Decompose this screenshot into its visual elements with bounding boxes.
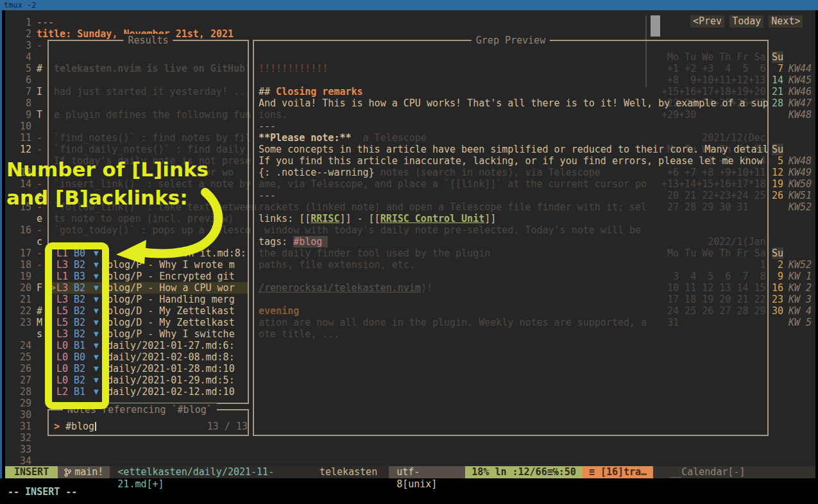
- line-number: 3: [5, 40, 31, 51]
- line-number: 1: [5, 17, 31, 28]
- calendar-week-number: KW44: [788, 63, 812, 74]
- calendar-nav: <Prev Today Next>: [690, 15, 803, 28]
- line-number: 34: [5, 455, 31, 467]
- result-counter: 13 / 13: [192, 421, 248, 432]
- window-title: tmux -2: [4, 1, 37, 10]
- annotation-highlight-box: [45, 242, 109, 409]
- result-file-label: i mention it.md:8:: [107, 248, 246, 259]
- calendar-sunday[interactable]: 7: [772, 63, 783, 74]
- calendar-sunday[interactable]: 5: [772, 155, 783, 167]
- calendar-sunday[interactable]: 2: [772, 259, 783, 271]
- buffer-text: e: [37, 213, 42, 224]
- window-titlebar[interactable]: tmux -2: [0, 0, 818, 10]
- calendar-statusline: __Calendar[-]: [653, 466, 815, 478]
- preview-line: ## Closing remarks: [259, 86, 363, 97]
- git-branch-label: main!: [74, 466, 103, 478]
- calendar-week-number: KW 3: [788, 294, 812, 305]
- buffer-text: ---: [37, 17, 54, 28]
- calendar-week-number: KW50: [788, 178, 812, 190]
- line-number: 28: [5, 386, 31, 398]
- result-file-label: blog/D - My Zettelkast: [107, 305, 235, 317]
- result-file-label: blog/P - Handling merg: [107, 294, 235, 305]
- buffer-line: 2title: Sunday, November 21st, 2021: [0, 28, 818, 40]
- calendar-week-number: KW 4: [788, 305, 812, 317]
- preview-line: **Please note:** a Telescope: [259, 132, 427, 144]
- buffer-text: -: [37, 40, 42, 51]
- line-number: 10: [5, 121, 31, 132]
- preview-line: rackets (linked note) and open a Telesco…: [259, 201, 647, 213]
- preview-line: window with today's daily note pre-selec…: [259, 224, 641, 236]
- result-file-label: daily/2021-02-08.md:8:: [107, 351, 235, 363]
- calendar-sunday[interactable]: Su: [772, 248, 783, 259]
- line-number: 27: [5, 374, 31, 386]
- line-number: 2: [5, 28, 31, 40]
- calendar-next-button[interactable]: Next>: [769, 15, 803, 28]
- preview-line: ions.: [259, 109, 287, 121]
- calendar-sunday[interactable]: 19: [772, 178, 783, 190]
- calendar-sunday[interactable]: Su: [772, 51, 783, 63]
- prompt-line: > #blog 13 / 13: [0, 421, 818, 432]
- line-number: 25: [5, 351, 31, 363]
- calendar-sunday[interactable]: 28: [772, 97, 783, 109]
- annotation-line1: Number of [L]inks: [6, 155, 209, 183]
- calendar-sunday[interactable]: 14: [772, 74, 783, 86]
- buffer-indicator-segment: ≡ [16]tra…: [583, 466, 653, 478]
- calendar-sunday[interactable]: Su: [772, 144, 783, 155]
- calendar-sunday[interactable]: 23: [772, 294, 783, 305]
- filename-segment: <ettelkasten/daily/2021-11-21.md[+]: [110, 466, 320, 478]
- preview-line: !!!!!!!!!!!!: [259, 63, 328, 74]
- text-cursor: [95, 422, 96, 431]
- result-file-label: daily/2021-01-28.md:10: [107, 363, 235, 374]
- scrollbar-thumb[interactable]: [651, 15, 660, 37]
- plugin-name-label: telekasten: [320, 466, 389, 478]
- preview-line: the daily finder tool used by the plugin: [259, 248, 490, 259]
- calendar-sunday[interactable]: 21: [772, 86, 783, 97]
- calendar-sunday[interactable]: 9: [772, 271, 783, 282]
- preview-line: /renerocksai/telekasten.nvim)!: [259, 282, 432, 294]
- line-number: 26: [5, 363, 31, 374]
- git-branch-icon: [64, 468, 71, 477]
- result-file-label: daily/2021-01-29.md:5:: [107, 374, 235, 386]
- line-number: 33: [5, 444, 31, 455]
- mode-indicator: INSERT: [5, 466, 58, 478]
- preview-line: Some concepts in this article have been …: [259, 144, 769, 155]
- calendar-week-number: KW 2: [788, 282, 812, 294]
- preview-line: ---: [259, 190, 276, 201]
- preview-line: evening: [259, 305, 299, 317]
- result-file-label: blog/P - Why I wrote m: [107, 259, 235, 271]
- preview-line: tags: #blog: [259, 236, 328, 248]
- calendar-sunday[interactable]: 12: [772, 167, 783, 178]
- calendar-week-number: KW47: [788, 97, 812, 109]
- preview-window-title: Grep Preview: [472, 34, 550, 47]
- search-input[interactable]: #blog: [65, 421, 94, 432]
- calendar-week-number: KW 5: [788, 317, 812, 328]
- preview-line: links: [[RRISC]] - [[RRISC Control Unit]…: [259, 213, 496, 224]
- calendar-sunday[interactable]: 16: [772, 282, 783, 294]
- calendar-week-number: KW45: [788, 74, 812, 86]
- preview-line: If you find this article inaccurate, lac…: [259, 155, 763, 167]
- line-number: 29: [5, 398, 31, 409]
- calendar-week-number: KW 1: [788, 271, 812, 282]
- git-branch-segment: main!: [58, 466, 110, 478]
- calendar-week-number: KW48: [788, 109, 812, 121]
- line-number: 24: [5, 340, 31, 351]
- calendar-prev-button[interactable]: <Prev: [690, 15, 724, 28]
- buffer-text: -: [37, 224, 42, 236]
- calendar-sunday[interactable]: 30: [772, 305, 783, 317]
- statusline: INSERT main! <ettelkasten/daily/2021-11-…: [5, 466, 815, 478]
- calendar-today-button[interactable]: Today: [729, 15, 763, 28]
- result-file-label: daily/2021-01-27.md:6:: [107, 340, 235, 351]
- result-file-label: blog/D - My Zettelkast: [107, 317, 235, 328]
- preview-line: ote title, ...: [259, 328, 339, 340]
- encoding-segment: utf-8[unix]: [389, 466, 465, 478]
- calendar-week-number: KW48: [788, 155, 812, 167]
- tmux-terminal: tmux -2 1---2title: Sunday, November 21s…: [0, 0, 818, 504]
- buffer-text: s: [37, 328, 42, 340]
- calendar-week-number: KW49: [788, 167, 812, 178]
- calendar-week-number: KW46: [788, 86, 812, 97]
- line-number: 30: [5, 409, 31, 421]
- preview-line: ---: [259, 121, 276, 132]
- calendar-sunday[interactable]: 26: [772, 190, 783, 201]
- result-file-label: blog/P - How a CPU wor: [107, 282, 235, 294]
- preview-line: {: .notice--warning} notes (search in no…: [259, 167, 601, 178]
